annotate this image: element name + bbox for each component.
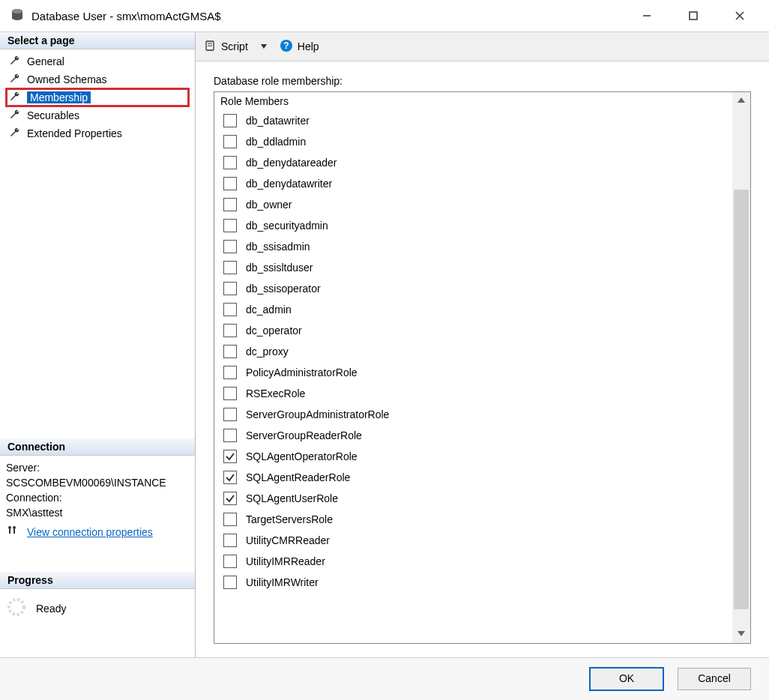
role-name: dc_operator (246, 325, 302, 337)
role-checkbox[interactable] (223, 177, 237, 190)
ok-button[interactable]: OK (589, 667, 664, 691)
role-row: db_denydatawriter (219, 173, 728, 194)
scroll-up-icon[interactable] (737, 95, 746, 107)
role-checkbox[interactable] (223, 324, 237, 337)
role-name: db_ssisltduser (246, 262, 313, 274)
svg-point-3 (12, 9, 22, 13)
svg-point-8 (8, 526, 11, 529)
role-row: SQLAgentOperatorRole (219, 446, 728, 467)
role-name: RSExecRole (246, 387, 305, 399)
role-checkbox[interactable] (223, 282, 237, 295)
role-row: dc_operator (219, 320, 728, 341)
role-row: UtilityCMRReader (219, 530, 728, 551)
role-name: SQLAgentReaderRole (246, 471, 350, 483)
role-name: ServerGroupAdministratorRole (246, 408, 389, 420)
connection-block: Server: SCSCOMBEVM00069\INSTANCE Connect… (0, 456, 195, 542)
role-checkbox[interactable] (223, 450, 237, 463)
role-name: db_owner (246, 199, 292, 211)
wrench-icon (9, 127, 21, 141)
titlebar: Database User - smx\momActGMSA$ (0, 0, 769, 31)
cancel-button[interactable]: Cancel (678, 668, 751, 690)
role-name: UtilityCMRReader (246, 534, 330, 546)
progress-status: Ready (36, 603, 66, 615)
progress-spinner-icon (6, 597, 27, 620)
svg-rect-5 (690, 12, 697, 19)
role-checkbox[interactable] (223, 198, 237, 211)
role-name: ServerGroupReaderRole (246, 429, 362, 441)
sidebar-page-label: Membership (27, 91, 91, 103)
role-checkbox[interactable] (223, 303, 237, 316)
sidebar-page-item[interactable]: Extended Properties (6, 124, 189, 142)
window: Database User - smx\momActGMSA$ Select a… (0, 0, 769, 700)
server-value: SCSCOMBEVM00069\INSTANCE (6, 477, 189, 489)
role-checkbox[interactable] (223, 534, 237, 547)
sidebar-page-item[interactable]: Owned Schemas (6, 70, 189, 88)
role-checkbox[interactable] (223, 387, 237, 400)
maximize-button[interactable] (670, 0, 717, 31)
role-row: db_ddladmin (219, 131, 728, 152)
role-checkbox[interactable] (223, 219, 237, 232)
role-checkbox[interactable] (223, 492, 237, 505)
chevron-down-icon (260, 40, 268, 52)
main-pane: Script ? Help (196, 32, 769, 657)
svg-marker-19 (738, 97, 745, 103)
role-checkbox[interactable] (223, 576, 237, 589)
role-name: SQLAgentOperatorRole (246, 450, 358, 462)
role-checkbox[interactable] (223, 261, 237, 274)
role-row: SQLAgentReaderRole (219, 467, 728, 488)
role-checkbox[interactable] (223, 156, 237, 169)
role-checkbox[interactable] (223, 135, 237, 148)
wrench-icon (9, 109, 21, 123)
role-checkbox[interactable] (223, 408, 237, 421)
database-icon (10, 8, 24, 24)
role-checkbox[interactable] (223, 345, 237, 358)
progress-header: Progress (0, 572, 195, 589)
role-checkbox[interactable] (223, 429, 237, 442)
script-button[interactable]: Script (205, 40, 248, 54)
role-list-inner: Role Members db_datawriterdb_ddladmindb_… (214, 92, 732, 643)
sidebar-page-item[interactable]: General (6, 52, 189, 70)
role-checkbox[interactable] (223, 240, 237, 253)
role-checkbox[interactable] (223, 114, 237, 127)
role-row: db_denydatareader (219, 152, 728, 173)
connection-properties-icon (6, 525, 18, 539)
role-row: TargetServersRole (219, 509, 728, 530)
role-list-title: Role Members (220, 95, 728, 107)
role-checkbox[interactable] (223, 366, 237, 379)
role-row: db_owner (219, 194, 728, 215)
help-button[interactable]: ? Help (280, 39, 319, 55)
wrench-icon (9, 55, 21, 69)
role-checkbox[interactable] (223, 471, 237, 484)
client-area: Select a page GeneralOwned SchemasMember… (0, 31, 769, 657)
sidebar-page-item[interactable]: Securables (6, 106, 189, 124)
role-name: dc_admin (246, 304, 292, 316)
role-row: UtilityIMRReader (219, 551, 728, 572)
view-connection-properties-link[interactable]: View connection properties (27, 526, 153, 538)
sidebar-page-item[interactable]: Membership (6, 88, 189, 106)
svg-marker-20 (738, 631, 745, 636)
script-dropdown[interactable] (256, 40, 272, 52)
role-name: db_datawriter (246, 115, 310, 127)
svg-point-12 (9, 600, 24, 615)
progress-block: Ready (0, 589, 195, 627)
wrench-icon (9, 73, 21, 87)
role-row: db_datawriter (219, 110, 728, 131)
scrollbar-thumb[interactable] (734, 190, 749, 609)
scroll-down-icon[interactable] (737, 628, 746, 640)
role-membership-label: Database role membership: (214, 75, 751, 87)
close-button[interactable] (717, 0, 763, 31)
minimize-button[interactable] (624, 0, 670, 31)
role-name: TargetServersRole (246, 513, 333, 525)
window-title: Database User - smx\momActGMSA$ (24, 10, 624, 22)
svg-rect-11 (13, 529, 15, 534)
role-row: db_ssisltduser (219, 257, 728, 278)
role-name: SQLAgentUserRole (246, 492, 338, 504)
role-row: RSExecRole (219, 383, 728, 404)
role-checkbox[interactable] (223, 513, 237, 526)
page-list: GeneralOwned SchemasMembershipSecurables… (0, 49, 195, 145)
role-row: ServerGroupAdministratorRole (219, 404, 728, 425)
role-row: db_securityadmin (219, 215, 728, 236)
role-row: SQLAgentUserRole (219, 488, 728, 509)
role-checkbox[interactable] (223, 555, 237, 568)
sidebar: Select a page GeneralOwned SchemasMember… (0, 32, 196, 657)
